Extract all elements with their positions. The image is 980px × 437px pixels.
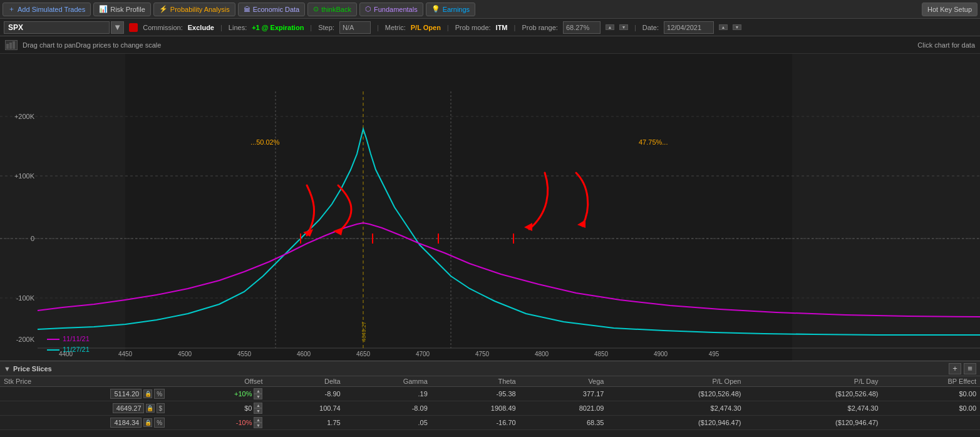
metric-label: Metric: <box>385 24 406 31</box>
chart-area[interactable]: +200K +100K 0 -100K -200K 4400 4450 4500… <box>0 54 980 361</box>
prob-range-label: Prob range: <box>522 24 557 31</box>
cell-pl-day-2: $2,474.30 <box>745 401 882 416</box>
col-theta: Theta <box>431 376 520 387</box>
col-bp-effect: BP Effect <box>882 376 980 387</box>
svg-text:-100K: -100K <box>16 294 35 302</box>
cell-stk-price-2: 🔒 $ <box>0 401 168 416</box>
earnings-icon: 💡 <box>431 5 440 13</box>
offset-up-2[interactable]: ▲ <box>254 403 262 408</box>
chart-icon <box>5 40 18 50</box>
stk-price-lock-1[interactable]: 🔒 <box>143 389 152 398</box>
svg-text:4650: 4650 <box>356 351 371 357</box>
svg-text:11/11/21: 11/11/21 <box>63 335 90 342</box>
cell-bp-effect-2: $0.00 <box>882 401 980 416</box>
lines-value: +1 @ Expiration <box>252 24 304 31</box>
prob-range-input[interactable] <box>563 21 601 34</box>
cell-theta-3: -16.70 <box>431 416 520 430</box>
economic-data-label: Economic Data <box>253 6 300 13</box>
svg-text:4450: 4450 <box>118 351 133 357</box>
symbol-dropdown[interactable]: ▼ <box>111 21 124 34</box>
earnings-button[interactable]: 💡 Earnings <box>426 3 475 16</box>
svg-text:495: 495 <box>709 351 720 357</box>
date-input[interactable] <box>664 21 714 34</box>
thinkback-button[interactable]: ⊙ thinkBack <box>307 3 357 16</box>
svg-rect-0 <box>6 44 9 49</box>
price-slices-table: Stk Price Offset Delta Gamma Theta Vega … <box>0 376 980 430</box>
economic-data-button[interactable]: 🏛 Economic Data <box>238 3 306 16</box>
svg-text:4550: 4550 <box>237 351 252 357</box>
cell-bp-effect-1: $0.00 <box>882 387 980 401</box>
svg-text:4850: 4850 <box>594 351 609 357</box>
date-label: Date: <box>642 24 659 31</box>
cell-gamma-1: .19 <box>344 387 431 401</box>
stk-price-lock-3[interactable]: 🔒 <box>143 418 152 427</box>
offset-value-2: $0 <box>244 404 252 412</box>
offset-value-1: +10% <box>234 390 252 398</box>
cell-pl-open-3: ($120,946.47) <box>607 416 745 430</box>
stk-price-input-3[interactable] <box>110 418 142 428</box>
offset-down-2[interactable]: ▼ <box>254 408 262 414</box>
add-trades-button[interactable]: ＋ Add Simulated Trades <box>3 3 91 16</box>
svg-rect-2 <box>13 41 15 49</box>
col-stk-price: Stk Price <box>0 376 168 387</box>
cell-theta-1: -95.38 <box>431 387 520 401</box>
svg-text:4750: 4750 <box>475 351 490 357</box>
stk-price-lock-2[interactable]: 🔒 <box>146 404 155 413</box>
prob-analysis-label: Probability Analysis <box>170 6 230 13</box>
offset-down-1[interactable]: ▼ <box>254 394 262 399</box>
svg-rect-45 <box>47 349 59 351</box>
svg-text:4649.27: 4649.27 <box>361 321 367 342</box>
cell-vega-3: 68.35 <box>520 416 608 430</box>
prob-range-down[interactable]: ▼ <box>619 24 628 30</box>
col-vega: Vega <box>520 376 608 387</box>
svg-text:...50.02%: ...50.02% <box>250 138 280 146</box>
commission-value: Exclude <box>188 24 214 31</box>
offset-up-3[interactable]: ▲ <box>254 417 262 423</box>
offset-up-1[interactable]: ▲ <box>254 388 262 394</box>
symbol-input[interactable] <box>4 21 110 34</box>
svg-rect-1 <box>9 43 12 49</box>
collapse-arrow[interactable]: ▼ <box>4 365 11 373</box>
cell-stk-price-1: 🔒 % <box>0 387 168 401</box>
prob-range-up[interactable]: ▲ <box>606 24 614 30</box>
add-trades-label: Add Simulated Trades <box>18 6 85 13</box>
thinkback-icon: ⊙ <box>313 5 319 13</box>
hot-key-button[interactable]: Hot Key Setup <box>922 3 977 16</box>
config-slice-button[interactable]: ≡ <box>964 363 976 374</box>
cell-pl-open-2: $2,474.30 <box>607 401 745 416</box>
stk-price-input-2[interactable] <box>113 403 144 413</box>
date-up[interactable]: ▲ <box>719 24 728 30</box>
col-pl-open: P/L Open <box>607 376 745 387</box>
metric-value: P/L Open <box>411 24 441 31</box>
main-chart: +200K +100K 0 -100K -200K 4400 4450 4500… <box>0 54 980 361</box>
risk-profile-button[interactable]: 📊 Risk Profile <box>93 3 151 16</box>
cell-pl-day-1: ($120,526.48) <box>745 387 882 401</box>
date-down[interactable]: ▼ <box>733 24 741 30</box>
svg-rect-4 <box>0 54 125 361</box>
svg-text:+100K: +100K <box>14 172 35 180</box>
commission-label: Commission: <box>143 24 183 31</box>
stk-price-input-1[interactable] <box>110 389 142 399</box>
svg-text:47.75%...: 47.75%... <box>639 138 668 146</box>
svg-text:0: 0 <box>31 235 34 242</box>
chart-instruction: Drag chart to panDrag prices to change s… <box>23 41 161 49</box>
risk-icon: 📊 <box>99 5 108 13</box>
svg-text:4900: 4900 <box>654 351 668 357</box>
svg-text:4600: 4600 <box>297 351 311 357</box>
cell-pl-open-1: ($120,526.48) <box>607 387 745 401</box>
col-pl-day: P/L Day <box>745 376 882 387</box>
svg-text:4500: 4500 <box>178 351 192 357</box>
step-input[interactable]: N/A <box>339 21 371 34</box>
fundamentals-button[interactable]: ⬡ Fundamentals <box>359 3 423 16</box>
price-slices-section: ▼ Price Slices + ≡ Stk Price Offset Delt… <box>0 361 980 437</box>
hot-key-label: Hot Key Setup <box>927 6 972 13</box>
chart-info-bar: Drag chart to panDrag prices to change s… <box>0 36 980 54</box>
add-slice-button[interactable]: + <box>949 363 961 374</box>
stk-price-pct-3: % <box>154 418 165 428</box>
price-slices-title: Price Slices <box>13 365 52 373</box>
offset-down-3[interactable]: ▼ <box>254 423 262 428</box>
prob-analysis-button[interactable]: ⚡ Probability Analysis <box>153 3 235 16</box>
symbol-selector: ▼ <box>4 21 124 34</box>
step-value: N/A <box>343 24 354 31</box>
prob-mode-value: ITM <box>496 24 508 31</box>
